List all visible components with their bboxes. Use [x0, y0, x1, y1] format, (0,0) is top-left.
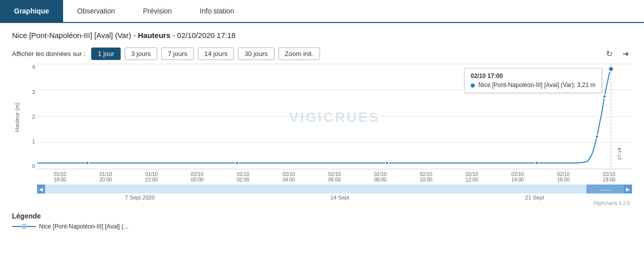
data-series: [37, 69, 611, 163]
main-content: Nice [Pont-Napoléon-III] [Aval] (Var) - …: [0, 23, 644, 238]
x-tick-6: 02/1006:00: [311, 172, 357, 182]
data-point-flat-1: [86, 162, 89, 164]
title-bold: Hauteurs: [138, 31, 170, 40]
refresh-button[interactable]: ↻: [603, 48, 615, 60]
legend-title: Légende: [12, 212, 632, 220]
x-tick-12: 02/1018:00: [586, 172, 632, 182]
nav-label-3: 21 Sept: [525, 194, 544, 200]
x-tick-2: 01/1022:00: [129, 172, 174, 182]
period-zoom-init[interactable]: Zoom init.: [278, 48, 320, 60]
tab-info-station[interactable]: Info station: [186, 0, 248, 23]
navigator-track[interactable]: ⚊⚊⚊: [45, 184, 624, 194]
x-tick-4: 02/1002:00: [220, 172, 266, 182]
data-point-flat-4: [535, 162, 538, 164]
legend-dash-right: [26, 226, 36, 227]
legend-item: Nice [Pont-Napoléon-III] [Aval] (...: [12, 223, 632, 230]
highcharts-credit: Highcharts 6.2.0: [12, 200, 630, 206]
controls-row: Afficher les données sur : 1 jour 3 jour…: [12, 48, 632, 60]
y-tick-2: 2: [32, 114, 35, 120]
chart-wrapper: Hauteur (m) 4 3 2 1 0 17:18: [12, 64, 632, 170]
chart-svg-area: 17:18 VIGICRUES 02/10 17:00: [37, 64, 632, 170]
title-prefix: Nice [Pont-Napoléon-III] [Aval] (Var) -: [12, 31, 138, 40]
y-tick-3: 3: [32, 89, 35, 95]
legend-dash-left: [12, 226, 22, 227]
chart-svg: 17:18: [37, 64, 632, 169]
x-tick-5: 02/1004:00: [266, 172, 311, 182]
period-14jours[interactable]: 14 jours: [198, 48, 234, 60]
period-30jours[interactable]: 30 jours: [238, 48, 274, 60]
y-axis-label: Hauteur (m): [12, 102, 21, 132]
x-tick-8: 02/1010:00: [403, 172, 449, 182]
y-tick-0: 0: [32, 163, 35, 169]
scroll-left-button[interactable]: ◀: [37, 184, 45, 194]
x-tick-9: 02/1012:00: [449, 172, 495, 182]
period-1jour[interactable]: 1 jour: [91, 48, 121, 60]
x-tick-3: 02/1000:00: [174, 172, 220, 182]
x-tick-1: 01/1020:00: [83, 172, 128, 182]
navigator-bar[interactable]: ◀ ⚊⚊⚊ ▶: [37, 184, 632, 194]
data-point-flat-2: [235, 162, 238, 164]
export-button[interactable]: ➜: [619, 48, 632, 60]
tab-observation[interactable]: Observation: [63, 0, 129, 23]
legend-circle-icon: [22, 224, 26, 228]
legend-item-label: Nice [Pont-Napoléon-III] [Aval] (...: [39, 223, 129, 230]
tab-bar: Graphique Observation Prévision Info sta…: [0, 0, 644, 23]
navigator-labels: 7 Sept 2020 14 Sept 21 Sept: [37, 194, 632, 200]
data-point-flat-3: [386, 162, 389, 164]
scroll-right-button[interactable]: ▶: [624, 184, 632, 194]
navigator-thumb[interactable]: ⚊⚊⚊: [586, 184, 624, 194]
period-3jours[interactable]: 3 jours: [125, 48, 157, 60]
x-tick-0: 01/1018:00: [37, 172, 83, 182]
y-axis: 4 3 2 1 0: [21, 64, 37, 169]
x-tick-10: 02/1014:00: [495, 172, 540, 182]
data-point-peak: [608, 66, 613, 72]
y-tick-4: 4: [32, 64, 35, 70]
period-7jours[interactable]: 7 jours: [161, 48, 194, 60]
legend: Légende Nice [Pont-Napoléon-III] [Aval] …: [12, 212, 632, 230]
nav-label-1: 7 Sept 2020: [125, 194, 154, 200]
title-suffix: - 02/10/2020 17:18: [170, 31, 235, 40]
x-axis: 01/1018:00 01/1020:00 01/1022:00 02/1000…: [37, 172, 632, 182]
page-title: Nice [Pont-Napoléon-III] [Aval] (Var) - …: [12, 31, 632, 40]
y-tick-1: 1: [32, 138, 35, 144]
x-tick-7: 02/1008:00: [358, 172, 403, 182]
x-tick-11: 02/1016:00: [540, 172, 586, 182]
time-indicator-label: 17:18: [616, 148, 622, 160]
nav-label-2: 14 Sept: [331, 194, 350, 200]
legend-line-icon: [12, 224, 36, 228]
data-point-upper: [603, 95, 606, 98]
controls-label: Afficher les données sur :: [12, 50, 85, 58]
tab-prevision[interactable]: Prévision: [129, 0, 186, 23]
data-point-mid: [595, 135, 598, 138]
tab-graphique[interactable]: Graphique: [0, 0, 63, 23]
